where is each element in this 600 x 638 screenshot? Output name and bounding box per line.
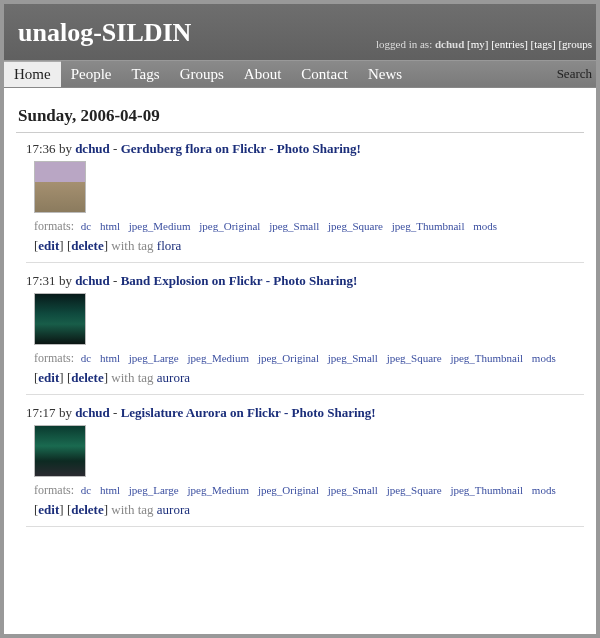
entry-thumbnail[interactable]: [34, 161, 86, 213]
format-link[interactable]: dc: [81, 220, 91, 232]
entry-formats: formats: dc html jpeg_Large jpeg_Medium …: [34, 483, 584, 498]
nav-home[interactable]: Home: [4, 61, 61, 87]
format-link[interactable]: jpeg_Square: [387, 484, 442, 496]
format-link[interactable]: html: [100, 352, 120, 364]
tag-link[interactable]: aurora: [157, 502, 190, 517]
date-rule: [16, 132, 584, 133]
tag-prefix: with tag: [111, 370, 153, 385]
entry-actions: [edit] [delete] with tag aurora: [34, 502, 584, 518]
format-link[interactable]: jpeg_Thumbnail: [392, 220, 465, 232]
entries-list: 17:36 by dchud - Gerduberg flora on Flic…: [16, 141, 584, 527]
edit-link[interactable]: edit: [38, 370, 59, 385]
login-user[interactable]: dchud: [435, 38, 464, 50]
format-link[interactable]: jpeg_Original: [258, 352, 319, 364]
entry-actions: [edit] [delete] with tag aurora: [34, 370, 584, 386]
nav-people[interactable]: People: [61, 62, 122, 87]
tag-prefix: with tag: [111, 238, 153, 253]
format-link[interactable]: jpeg_Small: [328, 352, 378, 364]
format-link[interactable]: jpeg_Medium: [187, 352, 249, 364]
format-link[interactable]: jpeg_Large: [129, 352, 179, 364]
entry-time: 17:36: [26, 141, 56, 156]
entry-by-label: by: [59, 141, 72, 156]
format-link[interactable]: dc: [81, 352, 91, 364]
nav-bar: Home People Tags Groups About Contact Ne…: [4, 60, 596, 88]
format-link[interactable]: html: [100, 484, 120, 496]
format-link[interactable]: jpeg_Medium: [129, 220, 191, 232]
format-link[interactable]: jpeg_Square: [387, 352, 442, 364]
nav-tags[interactable]: Tags: [122, 62, 170, 87]
entry-user-link[interactable]: dchud: [75, 273, 110, 288]
entry: 17:17 by dchud - Legislature Aurora on F…: [26, 405, 584, 527]
edit-link[interactable]: edit: [38, 502, 59, 517]
format-link[interactable]: mods: [473, 220, 497, 232]
entry-time: 17:31: [26, 273, 56, 288]
format-link[interactable]: jpeg_Original: [258, 484, 319, 496]
entry: 17:36 by dchud - Gerduberg flora on Flic…: [26, 141, 584, 263]
login-link-entries[interactable]: [entries]: [491, 38, 528, 50]
entry-by-label: by: [59, 405, 72, 420]
login-link-tags[interactable]: [tags]: [531, 38, 556, 50]
entry-by-label: by: [59, 273, 72, 288]
entry-thumbnail[interactable]: [34, 293, 86, 345]
content: Sunday, 2006-04-09 17:36 by dchud - Gerd…: [4, 88, 596, 549]
login-link-my[interactable]: [my]: [467, 38, 488, 50]
nav-search-label[interactable]: Search: [557, 66, 596, 82]
entry: 17:31 by dchud - Band Explosion on Flick…: [26, 273, 584, 395]
entry-title-link[interactable]: Band Explosion on Flickr - Photo Sharing…: [121, 273, 358, 288]
delete-link[interactable]: delete: [71, 502, 103, 517]
format-link[interactable]: jpeg_Medium: [187, 484, 249, 496]
entry-title-link[interactable]: Gerduberg flora on Flickr - Photo Sharin…: [121, 141, 361, 156]
nav-news[interactable]: News: [358, 62, 412, 87]
tag-prefix: with tag: [111, 502, 153, 517]
entry-actions: [edit] [delete] with tag flora: [34, 238, 584, 254]
format-link[interactable]: jpeg_Small: [269, 220, 319, 232]
formats-label: formats:: [34, 351, 74, 365]
format-link[interactable]: jpeg_Thumbnail: [450, 484, 523, 496]
edit-link[interactable]: edit: [38, 238, 59, 253]
formats-label: formats:: [34, 483, 74, 497]
entry-user-link[interactable]: dchud: [75, 405, 110, 420]
delete-link[interactable]: delete: [71, 238, 103, 253]
login-link-groups[interactable]: [groups: [558, 38, 592, 50]
date-heading: Sunday, 2006-04-09: [18, 106, 584, 126]
format-link[interactable]: jpeg_Thumbnail: [450, 352, 523, 364]
tag-link[interactable]: aurora: [157, 370, 190, 385]
format-link[interactable]: jpeg_Small: [328, 484, 378, 496]
entry-sep: -: [113, 141, 117, 156]
nav-contact[interactable]: Contact: [291, 62, 358, 87]
format-link[interactable]: html: [100, 220, 120, 232]
formats-label: formats:: [34, 219, 74, 233]
entry-head: 17:31 by dchud - Band Explosion on Flick…: [26, 273, 584, 289]
entry-time: 17:17: [26, 405, 56, 420]
delete-link[interactable]: delete: [71, 370, 103, 385]
entry-sep: -: [113, 273, 117, 288]
format-link[interactable]: dc: [81, 484, 91, 496]
entry-head: 17:36 by dchud - Gerduberg flora on Flic…: [26, 141, 584, 157]
entry-sep: -: [113, 405, 117, 420]
format-link[interactable]: jpeg_Original: [199, 220, 260, 232]
nav-groups[interactable]: Groups: [170, 62, 234, 87]
entry-formats: formats: dc html jpeg_Large jpeg_Medium …: [34, 351, 584, 366]
login-bar: logged in as: dchud [my] [entries] [tags…: [376, 38, 592, 50]
page-frame: unalog-SILDIN logged in as: dchud [my] […: [0, 0, 600, 638]
header: unalog-SILDIN logged in as: dchud [my] […: [4, 4, 596, 60]
entry-title-link[interactable]: Legislature Aurora on Flickr - Photo Sha…: [121, 405, 376, 420]
format-link[interactable]: mods: [532, 484, 556, 496]
nav-about[interactable]: About: [234, 62, 292, 87]
entry-head: 17:17 by dchud - Legislature Aurora on F…: [26, 405, 584, 421]
tag-link[interactable]: flora: [157, 238, 182, 253]
entry-user-link[interactable]: dchud: [75, 141, 110, 156]
entry-formats: formats: dc html jpeg_Medium jpeg_Origin…: [34, 219, 584, 234]
login-prefix: logged in as:: [376, 38, 435, 50]
entry-thumbnail[interactable]: [34, 425, 86, 477]
format-link[interactable]: mods: [532, 352, 556, 364]
format-link[interactable]: jpeg_Square: [328, 220, 383, 232]
format-link[interactable]: jpeg_Large: [129, 484, 179, 496]
